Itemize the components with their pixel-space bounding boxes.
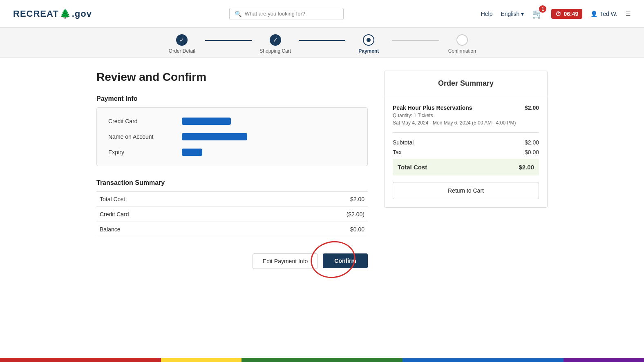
edit-payment-button[interactable]: Edit Payment Info [253, 253, 318, 269]
step-circle-confirmation [456, 34, 468, 46]
chevron-down-icon: ▾ [521, 11, 524, 17]
progress-steps: ✓ Order Detail ✓ Shopping Cart Payment C… [159, 34, 485, 54]
order-item-price: $2.00 [525, 104, 539, 111]
order-item-dates: Sat May 4, 2024 - Mon May 6, 2024 (5:00 … [393, 120, 539, 126]
timer-value: 06:49 [564, 11, 578, 17]
transaction-table: Total Cost $2.00 Credit Card ($2.00) Bal… [96, 191, 368, 237]
step-label-payment: Payment [358, 48, 379, 54]
user-menu[interactable]: 👤 Ted W. [590, 11, 617, 17]
total-label: Total Cost [398, 164, 427, 171]
expiry-value [182, 149, 202, 156]
step-circle-shopping-cart: ✓ [270, 34, 281, 46]
transaction-value-credit: ($2.00) [257, 207, 368, 222]
order-total-row: Total Cost $2.00 [393, 159, 539, 175]
logo-text: RECREAT [13, 9, 59, 19]
language-label: English [501, 11, 519, 17]
expiry-label: Expiry [108, 149, 182, 155]
order-item-name: Peak Hour Plus Reservations [393, 104, 472, 111]
transaction-label-credit: Credit Card [96, 207, 257, 222]
help-link[interactable]: Help [481, 11, 493, 17]
order-summary-box: Order Summary Peak Hour Plus Reservation… [384, 71, 548, 208]
connector-2 [299, 40, 345, 41]
logo-tree-icon: 🌲 [60, 9, 71, 19]
subtotal-value: $2.00 [525, 139, 539, 146]
order-divider-1 [393, 132, 539, 133]
connector-1 [205, 40, 252, 41]
return-to-cart-button[interactable]: Return to Cart [393, 182, 539, 199]
logo-suffix: .gov [72, 9, 92, 19]
transaction-summary-title: Transaction Summary [96, 179, 368, 187]
order-tax-row: Tax $0.00 [393, 149, 539, 155]
payment-info-title: Payment Info [96, 95, 368, 102]
transaction-row-balance: Balance $0.00 [96, 222, 368, 237]
left-panel: Review and Confirm Payment Info Credit C… [96, 71, 368, 269]
credit-card-value [182, 118, 231, 125]
action-buttons: Edit Payment Info Confirm [96, 253, 368, 269]
step-shopping-cart: ✓ Shopping Cart [252, 34, 299, 54]
transaction-value-total: $2.00 [257, 192, 368, 207]
hamburger-menu[interactable]: ☰ [626, 11, 631, 17]
credit-card-row: Credit Card [108, 118, 356, 125]
order-subtotal-row: Subtotal $2.00 [393, 139, 539, 146]
confirm-button[interactable]: Confirm [323, 253, 368, 268]
confirm-button-wrap: Confirm [323, 253, 368, 269]
logo[interactable]: RECREAT 🌲 .gov [13, 9, 92, 19]
progress-bar: ✓ Order Detail ✓ Shopping Cart Payment C… [0, 28, 644, 58]
tax-label: Tax [393, 149, 402, 155]
order-summary-body: Peak Hour Plus Reservations $2.00 Quanti… [385, 96, 547, 207]
tax-value: $0.00 [525, 149, 539, 155]
transaction-value-balance: $0.00 [257, 222, 368, 237]
name-on-account-label: Name on Account [108, 133, 182, 140]
search-bar[interactable]: 🔍 [229, 8, 344, 20]
step-circle-order-detail: ✓ [176, 34, 188, 46]
step-label-confirmation: Confirmation [448, 48, 476, 54]
transaction-label-balance: Balance [96, 222, 257, 237]
search-icon: 🔍 [235, 11, 242, 17]
user-name: Ted W. [600, 11, 617, 17]
cart-button[interactable]: 🛒 1 [532, 9, 543, 19]
name-on-account-value [182, 133, 247, 140]
step-payment: Payment [345, 34, 392, 54]
name-on-account-row: Name on Account [108, 133, 356, 140]
step-label-shopping-cart: Shopping Cart [259, 48, 291, 54]
user-icon: 👤 [590, 11, 597, 17]
subtotal-label: Subtotal [393, 139, 414, 146]
order-item-quantity: Quantity: 1 Tickets [393, 113, 539, 118]
header: RECREAT 🌲 .gov 🔍 Help English ▾ 🛒 1 ⏱ 06… [0, 0, 644, 28]
transaction-label-total: Total Cost [96, 192, 257, 207]
search-input[interactable] [245, 11, 338, 17]
timer-badge: ⏱ 06:49 [551, 9, 582, 19]
timer-icon: ⏱ [555, 11, 561, 17]
connector-3 [392, 40, 438, 41]
header-right: Help English ▾ 🛒 1 ⏱ 06:49 👤 Ted W. ☰ [481, 9, 631, 19]
step-label-order-detail: Order Detail [169, 48, 195, 54]
transaction-summary-section: Transaction Summary Total Cost $2.00 Cre… [96, 179, 368, 237]
step-circle-payment [363, 34, 374, 46]
transaction-row-total: Total Cost $2.00 [96, 192, 368, 207]
cart-badge: 1 [539, 5, 546, 13]
step-order-detail: ✓ Order Detail [159, 34, 205, 54]
main-content: Review and Confirm Payment Info Credit C… [77, 58, 567, 282]
order-summary-title: Order Summary [385, 71, 547, 96]
language-selector[interactable]: English ▾ [501, 11, 524, 17]
total-value: $2.00 [519, 164, 534, 171]
payment-info-box: Credit Card Name on Account Expiry [96, 107, 368, 166]
page-title: Review and Confirm [96, 71, 368, 84]
right-panel: Order Summary Peak Hour Plus Reservation… [384, 71, 548, 269]
expiry-row: Expiry [108, 149, 356, 156]
credit-card-label: Credit Card [108, 118, 182, 124]
order-item-row: Peak Hour Plus Reservations $2.00 [393, 104, 539, 111]
transaction-row-credit: Credit Card ($2.00) [96, 207, 368, 222]
step-confirmation: Confirmation [439, 34, 485, 54]
